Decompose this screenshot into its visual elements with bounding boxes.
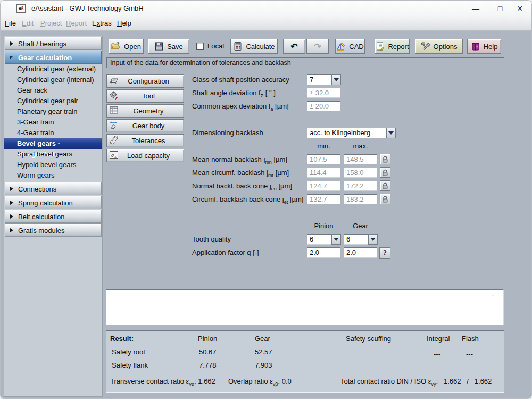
calculate-button[interactable]: Calculate: [230, 39, 278, 54]
dimensioning-backlash-select[interactable]: acc. to Klingelnberg: [307, 128, 396, 138]
padlock-icon: [382, 196, 388, 203]
panel-title: Input of the data for determination of t…: [106, 57, 504, 68]
result-panel: Result: Pinion Gear Safety scuffing Inte…: [106, 330, 504, 393]
sidebar-group-shaft-bearings[interactable]: Shaft / bearings: [5, 37, 102, 50]
collapsed-arrow-icon: [10, 214, 13, 219]
lock-button[interactable]: [380, 154, 390, 164]
safety-root-pinion-value: 50.67: [199, 348, 217, 356]
sidebar-group-belt-calculation[interactable]: Belt calculation: [5, 210, 102, 223]
dropdown-arrow-icon[interactable]: [331, 74, 341, 85]
result-col-integral: Integral: [427, 335, 450, 343]
notes-dot: .: [492, 290, 494, 298]
geometry-grid-icon: [107, 105, 121, 117]
mean-normal-backlash-min-input: 107.5: [307, 154, 340, 164]
options-tools-icon: [421, 41, 430, 51]
safety-root-label: Safety root: [112, 348, 145, 356]
menu-edit[interactable]: Edit: [22, 16, 34, 30]
svg-text:x: x: [114, 154, 117, 159]
application-factor-help-button[interactable]: ?: [379, 247, 390, 259]
sidebar-item-bevel-gears-selected[interactable]: Bevel gears - straight/heli...: [4, 138, 102, 149]
normal-backl-back-cone-label: Normal backl. back cone jen [µm]: [192, 181, 292, 194]
maximize-button[interactable]: □: [491, 3, 509, 14]
dropdown-arrow-icon[interactable]: [331, 234, 341, 245]
save-button[interactable]: Save: [148, 39, 189, 54]
sidebar-item-cylindrical-gear-external[interactable]: Cylindrical gear (external): [4, 64, 102, 74]
menu-bar: File Edit Project Report Extras Help: [1, 16, 531, 31]
gear-body-icon: [107, 120, 121, 131]
sidebar-group-connections[interactable]: Connections: [5, 182, 102, 195]
redo-button[interactable]: ↷: [306, 39, 329, 54]
dropdown-arrow-icon[interactable]: [386, 128, 396, 138]
close-button[interactable]: ✕: [511, 3, 529, 14]
report-notepad-icon: [375, 41, 385, 51]
sidebar-item-spiral-bevel-gears[interactable]: Spiral bevel gears: [4, 149, 102, 160]
help-button[interactable]: ? Help: [467, 39, 501, 54]
result-title: Result:: [110, 335, 134, 343]
load-capacity-button[interactable]: σx Load capacity: [106, 149, 184, 162]
cad-button[interactable]: CAD: [335, 39, 365, 54]
dropdown-arrow-icon[interactable]: [368, 234, 378, 245]
pinion-column-header: Pinion: [307, 222, 340, 230]
safety-flank-gear-value: 7.903: [255, 361, 272, 369]
minimize-button[interactable]: —: [467, 3, 485, 14]
gear-body-button[interactable]: Gear body: [106, 119, 184, 132]
sidebar-item-cylindrical-gear-internal[interactable]: Cylindrical gear (internal): [4, 74, 102, 85]
expanded-arrow-icon: [10, 56, 13, 62]
lock-button[interactable]: [380, 180, 390, 191]
tolerances-button[interactable]: Tolerances: [106, 134, 184, 147]
sidebar-item-gear-rack[interactable]: Gear rack: [4, 85, 102, 96]
lock-button[interactable]: [380, 167, 390, 178]
app-icon-letter-a: A: [21, 6, 24, 11]
gear-column-header: Gear: [344, 222, 377, 230]
application-factor-gear-input[interactable]: 2.0: [344, 247, 377, 258]
menu-project[interactable]: Project: [40, 16, 62, 30]
options-button[interactable]: Options: [415, 39, 463, 54]
sidebar-item-3-gear-train[interactable]: 3-Gear train: [4, 117, 102, 128]
menu-report[interactable]: Report: [66, 16, 87, 30]
tooth-quality-label: Tooth quality: [192, 234, 231, 245]
app-window: eA eAssistant - GWJ Technology GmbH — □ …: [0, 0, 532, 399]
tool-button[interactable]: Tool: [106, 89, 184, 103]
lock-button[interactable]: [380, 194, 390, 204]
open-button[interactable]: Open: [109, 39, 144, 54]
menu-help[interactable]: Help: [117, 16, 131, 30]
result-col-flash: Flash: [462, 335, 479, 343]
tooth-quality-pinion-select[interactable]: 6: [307, 234, 341, 245]
sidebar-group-gratis-modules[interactable]: Gratis modules: [5, 223, 102, 237]
menu-extras[interactable]: Extras: [92, 16, 112, 30]
sidebar-group-gear-calculation[interactable]: Gear calculation: [5, 51, 102, 64]
local-checkbox[interactable]: [196, 43, 204, 50]
cad-ruler-pencil-icon: [336, 41, 346, 51]
sidebar-item-planetary-gear-train[interactable]: Planetary gear train: [4, 106, 102, 117]
circumf-backlash-back-cone-max-input: 183.2: [344, 194, 377, 204]
application-factor-pinion-input[interactable]: 2.0: [307, 247, 340, 258]
menu-file[interactable]: File: [5, 16, 16, 30]
sidebar-group-spring-calculation[interactable]: Spring calculation: [5, 196, 102, 209]
geometry-button[interactable]: Geometry: [106, 104, 184, 118]
save-floppy-icon: [154, 41, 164, 51]
tool-gear-icon: [107, 90, 121, 102]
redo-icon: ↷: [314, 41, 321, 52]
transverse-contact-ratio: Transverse contact ratio εvα: 1.662: [110, 377, 215, 387]
collapsed-arrow-icon: [10, 201, 13, 205]
scuffing-integral-value: ---: [434, 350, 440, 358]
collapsed-arrow-icon: [10, 41, 13, 46]
safety-flank-label: Safety flank: [112, 361, 148, 369]
scuffing-flash-value: ---: [466, 350, 473, 358]
safety-root-gear-value: 52.57: [255, 348, 272, 356]
sidebar-item-worm-gears[interactable]: Worm gears: [4, 170, 102, 181]
tooth-quality-gear-select[interactable]: 6: [344, 234, 378, 245]
configuration-icon: [107, 76, 121, 87]
sidebar-item-cylindrical-gear-pair[interactable]: Cylindrical gear pair: [4, 96, 102, 106]
normal-backl-back-cone-min-input: 124.7: [307, 181, 340, 191]
help-book-icon: ?: [471, 41, 480, 51]
report-button[interactable]: Report: [375, 39, 410, 54]
sidebar-item-hypoid-bevel-gears[interactable]: Hypoid bevel gears: [4, 160, 102, 170]
class-accuracy-select[interactable]: 7: [307, 74, 341, 85]
result-col-gear: Gear: [255, 335, 270, 343]
configuration-button[interactable]: Configuration: [106, 74, 184, 88]
sidebar-item-4-gear-train[interactable]: 4-Gear train: [4, 128, 102, 138]
notes-area[interactable]: .: [106, 289, 504, 325]
undo-button[interactable]: ↶: [283, 39, 305, 54]
mean-circumf-backlash-min-input: 114.4: [307, 168, 340, 178]
